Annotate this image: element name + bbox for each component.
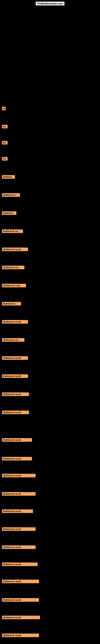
bottleneck-result-label: Bottleneck result	[2, 580, 39, 583]
bottleneck-result-label: Bo	[2, 141, 8, 144]
bottleneck-result-label: Bottleneck result	[2, 374, 28, 378]
bottleneck-result-label: Bottleneck result	[2, 410, 29, 414]
bottleneck-result-label: Bottleneck result	[2, 546, 36, 549]
bottleneck-result-label: Bottleneck result	[2, 248, 28, 251]
bottleneck-result-label: Bottleneck result	[2, 634, 39, 637]
bottleneck-result-label: Bottlene	[2, 175, 15, 179]
bottleneck-result-label: Bottleneck r	[2, 302, 21, 306]
bottleneck-result-label: Bottleneck result	[2, 616, 40, 619]
bottleneck-result-label: Bottleneck result	[2, 457, 32, 460]
bottleneck-result-label: Bo	[2, 157, 8, 160]
bottleneck-result-label: Bottleneck result	[2, 527, 36, 531]
bottleneck-result-label: Bottleneck res	[2, 338, 24, 342]
site-title: TheBottlenecker.com	[36, 2, 64, 6]
bottleneck-result-label: Bottleneck result	[2, 509, 33, 513]
bottleneck-result-label: Bottleneck r	[2, 193, 20, 197]
bottleneck-result-label: Bottleneck result	[2, 356, 28, 360]
bottleneck-result-label: Bottleneck result	[2, 320, 28, 324]
bottleneck-result-label: Bottleneck result	[2, 492, 36, 496]
bottleneck-result-label: B	[2, 107, 6, 110]
bottleneck-result-label: Bottleneck result	[2, 598, 39, 602]
bottleneck-result-label: Bottleneck res	[2, 266, 24, 269]
bottleneck-result-label: Bottleneck result	[2, 562, 38, 566]
bottleneck-result-label: Bottleneck result	[2, 474, 36, 477]
bottleneck-result-label: Bottleneck resul	[2, 284, 26, 288]
bottleneck-result-label: Bottleneck res	[2, 230, 23, 233]
bottleneck-result-label: Bottleneck result	[2, 392, 29, 396]
bottleneck-result-label: Bottlenec	[2, 211, 16, 215]
bottleneck-result-label: Bottleneck result	[2, 438, 32, 442]
bottleneck-result-label: Bo	[2, 125, 8, 128]
